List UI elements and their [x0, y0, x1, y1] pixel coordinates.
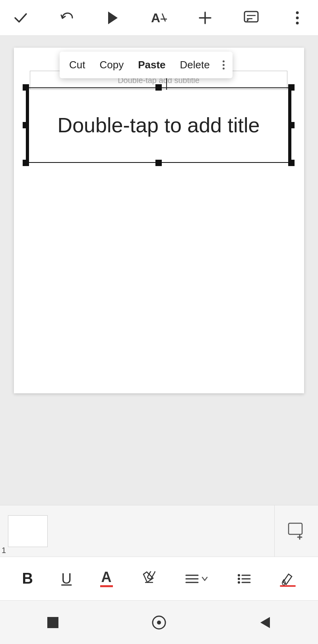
- svg-marker-31: [260, 617, 270, 628]
- context-more-button[interactable]: [223, 60, 225, 70]
- resize-handle-mr[interactable]: [288, 122, 295, 128]
- context-menu: Cut Copy Paste Delete: [60, 52, 233, 78]
- home-button[interactable]: [147, 611, 171, 634]
- slide-thumbnail-strip: 1: [0, 505, 274, 557]
- svg-point-30: [157, 621, 161, 625]
- resize-handle-br[interactable]: [288, 160, 295, 166]
- more-options-button[interactable]: [288, 8, 307, 27]
- svg-point-10: [296, 11, 299, 14]
- add-button[interactable]: [196, 8, 215, 27]
- resize-handle-tm[interactable]: [155, 84, 162, 91]
- svg-point-11: [296, 16, 299, 19]
- svg-rect-28: [47, 617, 58, 628]
- paint-bucket-icon: [280, 571, 296, 587]
- comment-button[interactable]: [242, 8, 261, 27]
- add-slide-button[interactable]: [274, 505, 318, 557]
- text-color-bar: [100, 585, 113, 587]
- svg-point-12: [296, 21, 299, 24]
- stop-button[interactable]: [41, 611, 65, 634]
- resize-handle-bm[interactable]: [155, 160, 162, 166]
- undo-button[interactable]: [57, 8, 76, 27]
- title-placeholder: Double-tap to add title: [26, 87, 291, 163]
- checkmark-button[interactable]: [11, 8, 30, 27]
- format-toolbar: B U A: [0, 557, 318, 600]
- svg-rect-13: [289, 523, 302, 534]
- bottom-nav-bar: [0, 600, 318, 644]
- resize-handle-tr[interactable]: [288, 84, 295, 91]
- delete-button[interactable]: Delete: [178, 56, 211, 73]
- svg-point-23: [238, 578, 240, 580]
- chevron-down-icon: [201, 575, 208, 582]
- play-button[interactable]: [103, 8, 122, 27]
- text-color-icon: A: [101, 570, 112, 584]
- resize-handle-bl[interactable]: [23, 160, 29, 166]
- svg-point-21: [238, 574, 240, 576]
- copy-button[interactable]: Copy: [98, 56, 125, 73]
- canvas-area: Cut Copy Paste Delete Double-tap add sub…: [0, 36, 318, 524]
- svg-rect-16: [147, 571, 155, 580]
- svg-line-2: [162, 14, 165, 21]
- pencil-icon: [141, 571, 156, 586]
- cut-button[interactable]: Cut: [68, 56, 87, 73]
- slide-thumbnail-1[interactable]: [8, 515, 48, 547]
- slide-number: 1: [2, 546, 6, 555]
- paint-bucket-button[interactable]: [280, 571, 296, 587]
- paste-button[interactable]: Paste: [136, 56, 167, 73]
- underline-button[interactable]: U: [61, 571, 72, 587]
- align-icon: [184, 571, 200, 586]
- top-toolbar: A: [0, 0, 318, 36]
- align-button[interactable]: [184, 571, 208, 586]
- resize-handle-ml[interactable]: [23, 122, 29, 128]
- list-button[interactable]: [237, 571, 252, 586]
- resize-handle-tl[interactable]: [23, 84, 29, 91]
- svg-point-25: [238, 581, 240, 584]
- svg-marker-0: [108, 12, 118, 24]
- highlight-button[interactable]: [141, 571, 156, 586]
- slide-page[interactable]: Cut Copy Paste Delete Double-tap add sub…: [14, 48, 304, 393]
- text-color-button[interactable]: A: [100, 570, 113, 587]
- svg-text:A: A: [151, 11, 160, 25]
- underline-icon: U: [61, 571, 72, 587]
- back-button[interactable]: [253, 611, 277, 634]
- bold-button[interactable]: B: [22, 570, 33, 587]
- svg-rect-6: [244, 12, 258, 22]
- list-icon: [237, 571, 252, 586]
- bold-icon: B: [22, 570, 33, 587]
- text-format-button[interactable]: A: [149, 8, 169, 27]
- title-textbox[interactable]: Double-tap to add title: [26, 87, 291, 163]
